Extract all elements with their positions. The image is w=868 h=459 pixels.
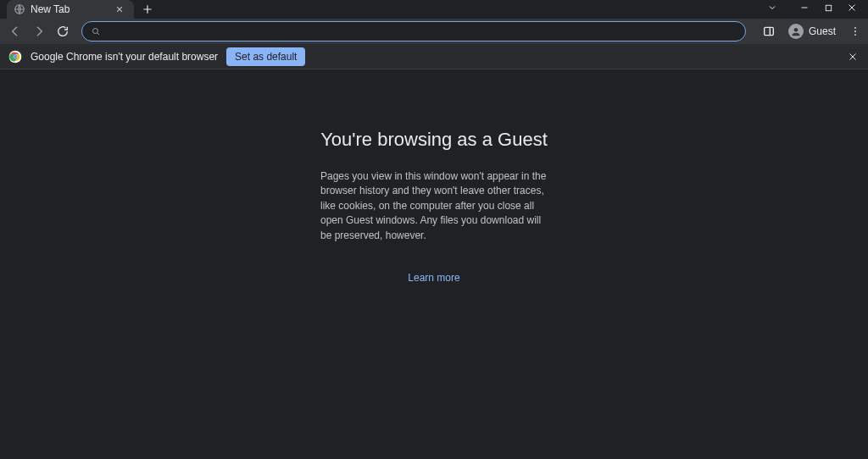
chrome-logo-icon <box>8 50 22 64</box>
omnibox-input[interactable] <box>108 22 737 41</box>
window-titlebar: New Tab <box>0 0 868 19</box>
guest-page-content: You're browsing as a Guest Pages you vie… <box>0 69 868 459</box>
profile-chip[interactable]: Guest <box>785 21 843 41</box>
svg-rect-3 <box>765 27 774 35</box>
tab-search-chevron-icon[interactable] <box>766 2 778 14</box>
reload-button[interactable] <box>53 21 73 41</box>
toolbar-right-cluster: Guest <box>754 21 863 41</box>
address-bar[interactable] <box>81 21 746 41</box>
svg-point-11 <box>14 55 17 58</box>
default-browser-infobar: Google Chrome isn't your default browser… <box>0 44 868 69</box>
window-close-button[interactable] <box>846 2 858 14</box>
svg-point-7 <box>854 34 856 36</box>
side-panel-button[interactable] <box>758 21 780 41</box>
default-browser-message: Google Chrome isn't your default browser <box>31 51 218 63</box>
window-minimize-button[interactable] <box>798 2 810 14</box>
guest-body: Pages you view in this window won't appe… <box>320 169 548 243</box>
new-tab-button[interactable] <box>137 0 158 19</box>
forward-button[interactable] <box>29 21 49 41</box>
window-controls <box>760 2 868 19</box>
set-as-default-button[interactable]: Set as default <box>226 47 305 66</box>
svg-point-2 <box>93 29 98 34</box>
learn-more-link[interactable]: Learn more <box>408 272 459 284</box>
browser-tab[interactable]: New Tab <box>7 0 134 19</box>
search-icon <box>91 26 101 36</box>
globe-icon <box>14 3 25 15</box>
chrome-menu-button[interactable] <box>848 25 863 37</box>
svg-point-6 <box>854 30 856 32</box>
browser-toolbar: Guest <box>0 19 868 44</box>
tab-strip: New Tab <box>0 0 760 19</box>
back-button[interactable] <box>5 21 25 41</box>
svg-point-4 <box>794 28 798 32</box>
svg-point-5 <box>854 27 856 29</box>
svg-rect-1 <box>826 5 831 10</box>
guest-title: You're browsing as a Guest <box>320 129 548 151</box>
infobar-close-icon[interactable] <box>846 50 860 64</box>
avatar-icon <box>788 24 804 39</box>
window-maximize-button[interactable] <box>822 2 834 14</box>
tab-title: New Tab <box>31 3 108 15</box>
tab-close-icon[interactable] <box>114 3 125 15</box>
profile-label: Guest <box>809 25 836 37</box>
